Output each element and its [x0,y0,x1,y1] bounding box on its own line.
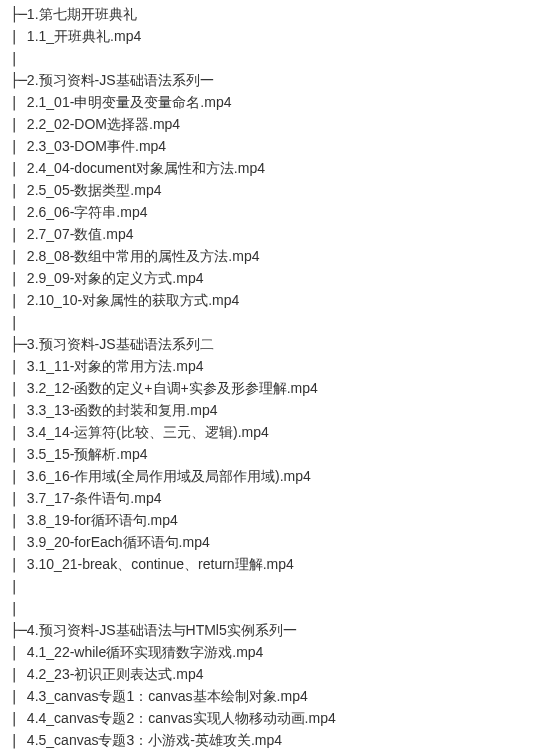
folder-line: ├─2.预习资料-JS基础语法系列一 [10,70,529,92]
folder-label: 1.第七期开班典礼 [27,6,137,22]
tree-pipe-icon: | [10,512,27,528]
file-line: | 2.3_03-DOM事件.mp4 [10,136,529,158]
file-label: 4.1_22-while循环实现猜数字游戏.mp4 [27,644,264,660]
tree-pipe-icon: | [10,556,27,572]
file-label: 2.2_02-DOM选择器.mp4 [27,116,180,132]
file-line: | 3.2_12-函数的定义+自调+实参及形参理解.mp4 [10,378,529,400]
file-label: 2.8_08-数组中常用的属性及方法.mp4 [27,248,260,264]
file-line: | 1.1_开班典礼.mp4 [10,26,529,48]
tree-pipe-icon: | [10,578,18,594]
file-line: | 2.4_04-document对象属性和方法.mp4 [10,158,529,180]
tree-pipe-icon: | [10,732,27,748]
tree-pipe-icon: | [10,534,27,550]
file-line: | 3.9_20-forEach循环语句.mp4 [10,532,529,554]
tree-pipe-icon: | [10,490,27,506]
directory-tree: ├─1.第七期开班典礼| 1.1_开班典礼.mp4|├─2.预习资料-JS基础语… [10,4,529,755]
folder-label: 3.预习资料-JS基础语法系列二 [27,336,214,352]
tree-pipe-icon: | [10,380,27,396]
file-line: | 3.3_13-函数的封装和复用.mp4 [10,400,529,422]
file-label: 3.7_17-条件语句.mp4 [27,490,162,506]
folder-line: ├─1.第七期开班典礼 [10,4,529,26]
file-line: | 2.7_07-数值.mp4 [10,224,529,246]
tree-pipe-icon: | [10,600,18,616]
file-label: 4.2_23-初识正则表达式.mp4 [27,666,204,682]
file-label: 3.4_14-运算符(比较、三元、逻辑).mp4 [27,424,269,440]
file-line: | 2.8_08-数组中常用的属性及方法.mp4 [10,246,529,268]
file-line: | 3.4_14-运算符(比较、三元、逻辑).mp4 [10,422,529,444]
file-label: 2.5_05-数据类型.mp4 [27,182,162,198]
tree-pipe-icon: | [10,402,27,418]
file-label: 2.1_01-申明变量及变量命名.mp4 [27,94,232,110]
tree-pipe-icon: | [10,710,27,726]
file-label: 4.4_canvas专题2：canvas实现人物移动动画.mp4 [27,710,336,726]
file-label: 2.3_03-DOM事件.mp4 [27,138,166,154]
tree-pipe-icon: | [10,204,27,220]
file-line: | 3.10_21-break、continue、return理解.mp4 [10,554,529,576]
file-label: 4.3_canvas专题1：canvas基本绘制对象.mp4 [27,688,308,704]
tree-pipe-icon: | [10,138,27,154]
file-label: 2.9_09-对象的定义方式.mp4 [27,270,204,286]
file-label: 3.6_16-作用域(全局作用域及局部作用域).mp4 [27,468,311,484]
file-line: | 2.10_10-对象属性的获取方式.mp4 [10,290,529,312]
tree-pipe-icon: | [10,270,27,286]
tree-pipe-icon: | [10,358,27,374]
file-label: 2.6_06-字符串.mp4 [27,204,148,220]
file-line: | 4.3_canvas专题1：canvas基本绘制对象.mp4 [10,686,529,708]
file-label: 4.5_canvas专题3：小游戏-英雄攻关.mp4 [27,732,282,748]
blank-line: | [10,576,529,598]
tree-pipe-icon: | [10,248,27,264]
file-label: 3.1_11-对象的常用方法.mp4 [27,358,204,374]
tree-pipe-icon: | [10,446,27,462]
blank-line: | [10,312,529,334]
file-line: | 3.6_16-作用域(全局作用域及局部作用域).mp4 [10,466,529,488]
blank-line: | [10,598,529,620]
tree-branch-icon: ├─ [10,72,27,88]
file-label: 2.10_10-对象属性的获取方式.mp4 [27,292,239,308]
file-line: | 3.1_11-对象的常用方法.mp4 [10,356,529,378]
file-label: 2.7_07-数值.mp4 [27,226,134,242]
tree-pipe-icon: | [10,314,18,330]
tree-pipe-icon: | [10,644,27,660]
tree-branch-icon: ├─ [10,336,27,352]
file-line: | 4.4_canvas专题2：canvas实现人物移动动画.mp4 [10,708,529,730]
file-line: | 2.2_02-DOM选择器.mp4 [10,114,529,136]
file-line: | 2.5_05-数据类型.mp4 [10,180,529,202]
tree-pipe-icon: | [10,292,27,308]
tree-pipe-icon: | [10,226,27,242]
tree-pipe-icon: | [10,468,27,484]
tree-pipe-icon: | [10,50,18,66]
tree-pipe-icon: | [10,182,27,198]
file-label: 3.9_20-forEach循环语句.mp4 [27,534,210,550]
file-line: | 3.8_19-for循环语句.mp4 [10,510,529,532]
tree-branch-icon: ├─ [10,6,27,22]
tree-pipe-icon: | [10,116,27,132]
folder-line: ├─3.预习资料-JS基础语法系列二 [10,334,529,356]
folder-label: 4.预习资料-JS基础语法与HTMl5实例系列一 [27,622,297,638]
blank-line: | [10,48,529,70]
file-line: | 2.1_01-申明变量及变量命名.mp4 [10,92,529,114]
tree-pipe-icon: | [10,28,27,44]
file-label: 3.2_12-函数的定义+自调+实参及形参理解.mp4 [27,380,318,396]
file-label: 3.10_21-break、continue、return理解.mp4 [27,556,294,572]
file-label: 1.1_开班典礼.mp4 [27,28,141,44]
file-label: 3.3_13-函数的封装和复用.mp4 [27,402,218,418]
tree-pipe-icon: | [10,688,27,704]
file-line: | 2.6_06-字符串.mp4 [10,202,529,224]
folder-label: 2.预习资料-JS基础语法系列一 [27,72,214,88]
tree-pipe-icon: | [10,94,27,110]
folder-line: ├─4.预习资料-JS基础语法与HTMl5实例系列一 [10,620,529,642]
tree-branch-icon: ├─ [10,622,27,638]
tree-pipe-icon: | [10,666,27,682]
file-label: 2.4_04-document对象属性和方法.mp4 [27,160,265,176]
tree-pipe-icon: | [10,160,27,176]
tree-pipe-icon: | [10,424,27,440]
file-line: | 3.7_17-条件语句.mp4 [10,488,529,510]
file-label: 3.5_15-预解析.mp4 [27,446,148,462]
file-label: 3.8_19-for循环语句.mp4 [27,512,178,528]
file-line: | 2.9_09-对象的定义方式.mp4 [10,268,529,290]
file-line: | 4.5_canvas专题3：小游戏-英雄攻关.mp4 [10,730,529,752]
file-line: | 4.2_23-初识正则表达式.mp4 [10,664,529,686]
file-line: | 3.5_15-预解析.mp4 [10,444,529,466]
file-line: | 4.1_22-while循环实现猜数字游戏.mp4 [10,642,529,664]
